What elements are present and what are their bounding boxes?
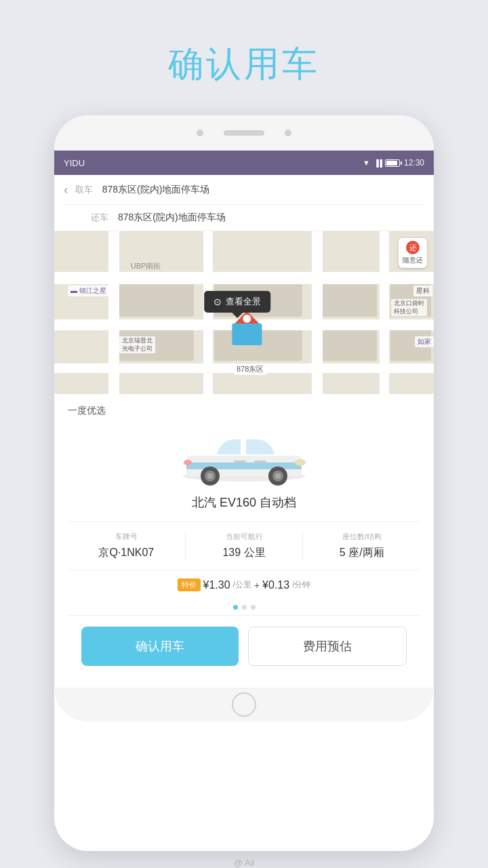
price-per-km-label: /公里 bbox=[233, 579, 251, 591]
svg-rect-14 bbox=[323, 330, 377, 361]
svg-point-26 bbox=[295, 459, 306, 466]
bezel-speaker bbox=[224, 130, 264, 136]
map-poi-ruipu: 北京瑞普北光电子公司 bbox=[119, 336, 155, 353]
spec-seats: 座位数/结构 5 座/两厢 bbox=[302, 532, 420, 560]
spec-seats-label: 座位数/结构 bbox=[303, 532, 420, 542]
map-poi-koudaishi: 北京口袋时科技公司 bbox=[391, 299, 427, 316]
location-popup-text: 查看全景 bbox=[226, 296, 261, 308]
map-poi-878: 878东区 bbox=[234, 363, 266, 375]
watermark: @ Ail bbox=[234, 858, 255, 868]
svg-rect-29 bbox=[254, 460, 266, 462]
status-bar-right: 12:30 bbox=[363, 158, 424, 167]
spec-range-value: 139 公里 bbox=[186, 546, 303, 560]
svg-rect-12 bbox=[323, 284, 377, 317]
pickup-address: 878东区(院内)地面停车场 bbox=[102, 184, 210, 196]
status-bar: YIDU 12:30 bbox=[54, 151, 434, 175]
dot-3[interactable] bbox=[251, 605, 256, 610]
confirm-button[interactable]: 确认用车 bbox=[81, 627, 239, 666]
car-specs: 车牌号 京Q·1NK07 当前可航行 139 公里 座位数/结构 5 座/两厢 bbox=[68, 521, 420, 560]
page-title: 确认用车 bbox=[168, 41, 320, 88]
suiyihuan-button[interactable]: 还 随意还 bbox=[399, 238, 427, 268]
return-row: 还车 878东区(院内)地面停车场 bbox=[64, 204, 424, 231]
location-popup[interactable]: ⊙ 查看全景 bbox=[204, 291, 270, 313]
signal-icon bbox=[374, 158, 381, 167]
dot-1[interactable] bbox=[233, 605, 238, 610]
svg-rect-5 bbox=[203, 231, 213, 394]
wifi-icon bbox=[363, 158, 370, 167]
location-bar: ‹ 取车 878东区(院内)地面停车场 还车 878东区(院内)地面停车场 bbox=[54, 175, 434, 231]
bezel-dot-right bbox=[285, 130, 291, 136]
svg-rect-6 bbox=[312, 231, 323, 394]
svg-point-22 bbox=[207, 473, 213, 479]
phone-bezel-bottom bbox=[54, 688, 434, 722]
dots-indicator bbox=[68, 599, 420, 615]
back-arrow[interactable]: ‹ bbox=[64, 182, 68, 197]
svg-point-25 bbox=[275, 473, 281, 479]
car-section: 一度优选 bbox=[54, 394, 434, 688]
pickup-row: ‹ 取车 878东区(院内)地面停车场 bbox=[64, 175, 424, 204]
app-name: YIDU bbox=[64, 158, 85, 168]
battery-icon bbox=[385, 159, 400, 167]
price-per-min-label: /分钟 bbox=[292, 579, 310, 591]
svg-text:UBP南街: UBP南街 bbox=[131, 262, 161, 270]
price-per-km: ¥1.30 bbox=[203, 579, 230, 591]
svg-point-27 bbox=[184, 460, 192, 465]
spec-plate-value: 京Q·1NK07 bbox=[68, 546, 185, 560]
svg-rect-19 bbox=[186, 462, 302, 469]
car-image-container bbox=[68, 425, 420, 486]
car-name: 北汽 EV160 自动档 bbox=[68, 494, 420, 511]
spec-plate-label: 车牌号 bbox=[68, 532, 185, 542]
price-per-min: ¥0.13 bbox=[262, 579, 289, 591]
bezel-dot-left bbox=[197, 130, 203, 136]
price-badge: 特价 bbox=[178, 578, 201, 591]
suiyihuan-label: 随意还 bbox=[403, 256, 423, 264]
time-display: 12:30 bbox=[404, 158, 424, 167]
spec-range-label: 当前可航行 bbox=[186, 532, 303, 542]
bottom-buttons: 确认用车 费用预估 bbox=[68, 615, 420, 677]
spec-seats-value: 5 座/两厢 bbox=[303, 546, 420, 560]
location-popup-icon: ⊙ bbox=[214, 296, 222, 307]
return-label: 还车 bbox=[91, 212, 111, 224]
svg-rect-8 bbox=[119, 284, 194, 317]
car-image bbox=[176, 425, 312, 486]
section-label: 一度优选 bbox=[68, 405, 420, 417]
svg-rect-28 bbox=[234, 460, 246, 462]
pickup-label: 取车 bbox=[75, 184, 96, 196]
svg-rect-4 bbox=[108, 231, 119, 394]
map-poi-rujia: 如家 bbox=[415, 336, 434, 347]
dot-2[interactable] bbox=[242, 605, 247, 610]
svg-rect-7 bbox=[380, 231, 389, 394]
suiyihuan-icon: 还 bbox=[406, 241, 420, 254]
price-row: 特价 ¥1.30 /公里 + ¥0.13 /分钟 bbox=[68, 570, 420, 599]
phone-wrapper: YIDU 12:30 ‹ 取车 878东区(院内)地面停车场 还车 878东区(… bbox=[54, 115, 434, 851]
map-poi-jinjianzhixing: ▬ 锦江之星 bbox=[68, 285, 109, 296]
phone-bezel-top bbox=[54, 115, 434, 151]
spec-plate: 车牌号 京Q·1NK07 bbox=[68, 532, 185, 560]
estimate-button[interactable]: 费用预估 bbox=[248, 627, 407, 666]
price-plus: + bbox=[254, 580, 260, 591]
home-button[interactable] bbox=[232, 692, 256, 717]
map-poi-xingke: 星科 bbox=[413, 285, 432, 296]
spec-range: 当前可航行 139 公里 bbox=[185, 532, 303, 560]
return-address: 878东区(院内)地面停车场 bbox=[118, 212, 226, 224]
map-area[interactable]: UBP南街 ▬ 锦江之星 如家 星科 北京口袋时科技公司 北京瑞普北光电子公司 … bbox=[54, 231, 434, 394]
